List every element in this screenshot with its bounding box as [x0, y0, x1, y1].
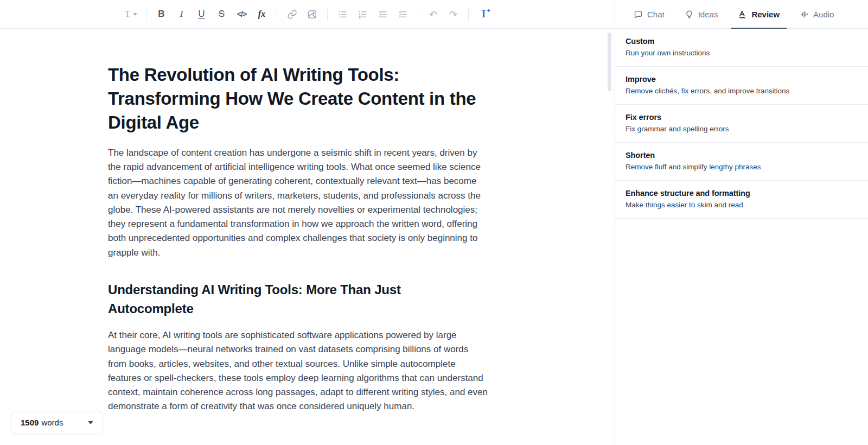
document-paragraph[interactable]: At their core, AI writing tools are soph…	[108, 328, 488, 414]
text-style-button[interactable]: T	[123, 7, 139, 22]
tab-label: Chat	[647, 10, 665, 19]
insert-link-button[interactable]	[284, 7, 300, 22]
toolbar-divider	[418, 8, 418, 21]
toolbar-buttons: T B I U S </>	[121, 7, 494, 22]
link-icon	[287, 9, 297, 20]
text-style-icon: T	[125, 9, 130, 20]
editor-scrollbar-thumb[interactable]	[608, 33, 611, 91]
toolbar-divider	[468, 8, 469, 21]
review-action-fix-errors[interactable]: Fix errors Fix grammar and spelling erro…	[615, 105, 868, 143]
assistant-sidebar: Chat Ideas Review	[615, 0, 868, 445]
action-description: Run your own instructions	[626, 49, 855, 57]
bullet-list-button[interactable]	[335, 7, 350, 22]
tab-label: Ideas	[698, 10, 718, 19]
review-actions-panel: Custom Run your own instructions Improve…	[615, 29, 868, 219]
tab-ideas[interactable]: Ideas	[685, 0, 718, 28]
action-title: Shorten	[626, 151, 855, 160]
document-paragraph[interactable]: The landscape of content creation has un…	[108, 146, 488, 260]
document-heading-2[interactable]: Understanding AI Writing Tools: More Tha…	[108, 280, 488, 318]
toolbar-divider	[327, 8, 328, 21]
chevron-down-icon	[88, 421, 93, 424]
editor-pane: T B I U S </>	[0, 0, 615, 445]
bold-icon: B	[158, 9, 164, 20]
bold-button[interactable]: B	[154, 7, 169, 22]
toolbar-divider	[146, 8, 146, 21]
italic-button[interactable]: I	[174, 7, 189, 22]
math-formula-icon: fx	[258, 9, 265, 19]
chat-bubble-icon	[634, 10, 643, 19]
outdent-icon	[378, 9, 388, 20]
review-action-improve[interactable]: Improve Remove clichés, fix errors, and …	[615, 67, 868, 105]
math-formula-button[interactable]: fx	[254, 7, 270, 22]
ai-cursor-icon: I ✦	[482, 9, 486, 20]
lightbulb-icon	[685, 10, 694, 19]
redo-button[interactable]: ↷	[445, 7, 461, 22]
strikethrough-icon: S	[219, 9, 225, 20]
underline-icon: U	[198, 9, 205, 20]
redo-icon: ↷	[449, 9, 457, 20]
action-title: Enhance structure and formatting	[626, 189, 855, 198]
tab-review[interactable]: Review	[738, 0, 780, 28]
action-description: Remove clichés, fix errors, and improve …	[626, 87, 855, 95]
outdent-button[interactable]	[375, 7, 391, 22]
indent-button[interactable]	[395, 7, 411, 22]
toolbar-divider	[277, 8, 277, 21]
action-title: Custom	[626, 37, 855, 46]
undo-button[interactable]: ↶	[425, 7, 441, 22]
action-title: Fix errors	[626, 113, 855, 122]
document-title[interactable]: The Revolution of AI Writing Tools: Tran…	[108, 63, 488, 135]
spellcheck-icon	[738, 10, 747, 19]
action-description: Fix grammar and spelling errors	[626, 125, 855, 133]
numbered-list-button[interactable]	[355, 7, 371, 22]
formatting-toolbar: T B I U S </>	[0, 0, 615, 29]
action-description: Remove fluff and simplify lengthy phrase…	[626, 163, 855, 171]
chevron-down-icon	[133, 13, 137, 16]
undo-icon: ↶	[429, 9, 437, 20]
sparkle-icon: ✦	[487, 8, 491, 14]
insert-image-button[interactable]	[304, 7, 320, 22]
tab-label: Review	[751, 10, 780, 19]
strikethrough-button[interactable]: S	[214, 7, 229, 22]
word-count-label: words	[41, 418, 63, 427]
tab-audio[interactable]: Audio	[800, 0, 834, 28]
tab-label: Audio	[813, 10, 834, 19]
document-canvas[interactable]: The Revolution of AI Writing Tools: Tran…	[0, 29, 491, 414]
image-icon	[307, 9, 317, 20]
ai-write-button[interactable]: I ✦	[476, 7, 492, 22]
word-count-value: 1509	[21, 418, 39, 427]
code-button[interactable]: </>	[234, 7, 250, 22]
sidebar-tabbar: Chat Ideas Review	[615, 0, 868, 29]
review-action-custom[interactable]: Custom Run your own instructions	[615, 29, 868, 67]
indent-icon	[398, 9, 408, 20]
writing-app: T B I U S </>	[0, 0, 868, 445]
word-count-pill[interactable]: 1509 words	[11, 411, 103, 434]
waveform-icon	[800, 10, 809, 19]
underline-button[interactable]: U	[194, 7, 209, 22]
review-action-enhance-structure[interactable]: Enhance structure and formatting Make th…	[615, 181, 868, 219]
code-icon: </>	[237, 10, 246, 18]
italic-icon: I	[180, 9, 183, 20]
action-title: Improve	[626, 75, 855, 84]
review-action-shorten[interactable]: Shorten Remove fluff and simplify length…	[615, 143, 868, 181]
bullet-list-icon	[337, 9, 348, 20]
numbered-list-icon	[358, 9, 368, 20]
tab-chat[interactable]: Chat	[634, 0, 665, 28]
action-description: Make things easier to skim and read	[626, 201, 855, 209]
